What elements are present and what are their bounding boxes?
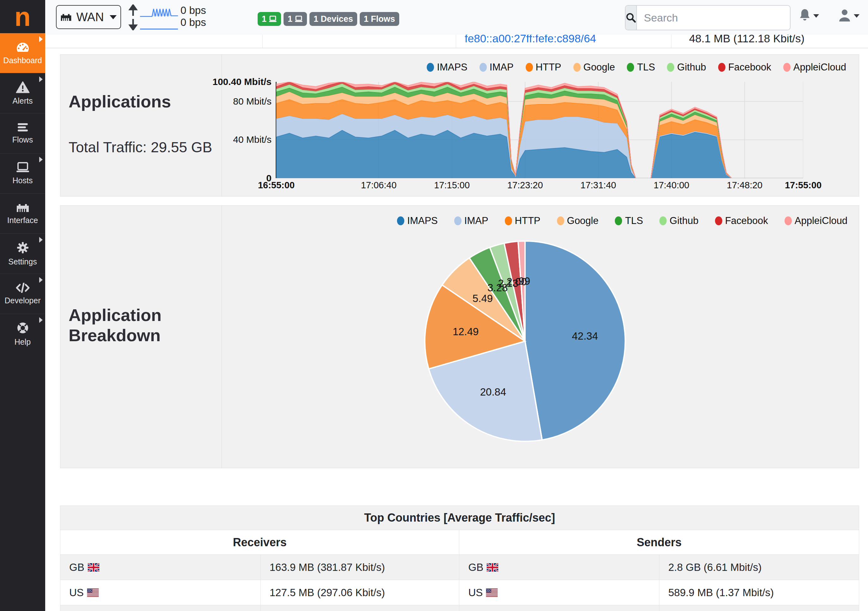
sidebar-item-label: Flows (12, 135, 33, 144)
legend-item: AppleiCloud (783, 62, 846, 73)
country-row-gb: GB 163.9 MB (381.87 Kbit/s) GB 2.8 GB (6… (60, 555, 859, 580)
legend-item: TLS (615, 215, 643, 226)
gauge-icon (16, 42, 30, 53)
sidebar-item-label: Hosts (12, 176, 33, 185)
legend-item: Google (557, 215, 599, 226)
country-row-us: US 127.5 MB (297.06 Kbit/s) US 589.9 MB … (60, 580, 859, 605)
chevron-right-icon (39, 237, 43, 243)
sidebar-item-interface[interactable]: Interface (0, 193, 45, 234)
table-title: Top Countries [Average Traffic/sec] (60, 506, 859, 530)
area-chart-legend: IMAPSIMAPHTTPGoogleTLSGithubFacebookAppl… (427, 62, 846, 73)
code-icon (16, 283, 30, 293)
user-menu[interactable] (838, 8, 859, 22)
legend-item: Google (574, 62, 615, 73)
flows-bars-icon (16, 122, 29, 132)
brand-letter: n (14, 3, 31, 30)
breakdown-title: Application Breakdown (68, 305, 208, 345)
chevron-down-icon (854, 14, 859, 18)
chevron-right-icon (39, 157, 43, 162)
senders-header: Senders (459, 530, 859, 555)
chevron-right-icon (39, 36, 43, 42)
breakdown-card-header: Application Breakdown (60, 206, 222, 468)
upload-sparkline (140, 6, 178, 18)
chevron-down-icon (110, 15, 117, 19)
legend-item: HTTP (525, 62, 561, 73)
sidebar-item-developer[interactable]: Developer (0, 274, 45, 314)
networks-table-row: fe80::a00:27ff:fefe:c898/64 48.1 MB (112… (45, 35, 868, 48)
application-breakdown-card: Application Breakdown IMAPSIMAPHTTPGoogl… (60, 205, 859, 468)
gear-icon (16, 241, 29, 254)
legend-dot-icon (615, 217, 622, 225)
chevron-right-icon (39, 76, 43, 82)
notifications-menu[interactable] (799, 8, 819, 22)
x-tick-label: 17:55:00 (785, 180, 822, 190)
sidebar-item-label: Dashboard (3, 56, 42, 65)
flows-badge[interactable]: 1 Flows (360, 12, 399, 26)
y-tick-label: 100.40 Mbit/s (212, 76, 271, 87)
sidebar-item-dashboard[interactable]: Dashboard (0, 33, 45, 73)
interface-name: WAN (76, 11, 104, 24)
download-rate: 0 bps (180, 16, 206, 28)
search-input[interactable] (637, 6, 790, 30)
legend-item: Facebook (718, 62, 771, 73)
local-hosts-badge[interactable]: 1 (257, 12, 281, 26)
x-tick-label: 17:48:20 (727, 180, 763, 190)
legend-dot-icon (659, 217, 666, 225)
legend-dot-icon (574, 63, 581, 72)
x-tick-label: 17:15:00 (434, 180, 470, 190)
legend-dot-icon (784, 217, 792, 225)
pie-slice-value: 12.49 (453, 326, 479, 337)
legend-item: IMAPS (427, 62, 467, 73)
sidebar-item-hosts[interactable]: Hosts (0, 153, 45, 193)
x-tick-label: 17:06:40 (361, 180, 397, 190)
bell-icon (799, 8, 811, 22)
pie-slice-value: .99 (516, 275, 530, 287)
status-badges: 1 1 1 Devices 1 Flows (257, 12, 399, 26)
sender-traffic: 589.9 MB (1.37 Mbit/s) (659, 580, 859, 605)
network-traffic-value: 48.1 MB (112.18 Kbit/s) (689, 35, 804, 45)
legend-item: IMAP (454, 215, 488, 226)
network-link[interactable]: fe80::a00:27ff:fefe:c898/64 (465, 35, 596, 45)
sidebar-item-alerts[interactable]: Alerts (0, 73, 45, 113)
user-icon (838, 8, 851, 22)
download-sparkline (140, 20, 178, 31)
legend-item: HTTP (505, 215, 541, 226)
upload-rate: 0 bps (180, 5, 206, 16)
pie-slice-value: 42.34 (572, 330, 598, 342)
legend-dot-icon (783, 63, 790, 72)
legend-dot-icon (505, 217, 512, 225)
x-tick-label: 17:31:40 (580, 180, 616, 190)
ethernet-icon (60, 12, 72, 22)
laptop-icon (16, 162, 30, 173)
updown-arrows-icon (126, 5, 140, 30)
warning-triangle-icon (16, 81, 30, 93)
sidebar: n Dashboard Alerts (0, 0, 45, 611)
sidebar-item-settings[interactable]: Settings (0, 234, 45, 274)
legend-dot-icon (667, 63, 674, 72)
remote-hosts-badge[interactable]: 1 (284, 12, 307, 26)
receiver-traffic: 163.9 MB (381.87 Kbit/s) (260, 555, 459, 580)
us-flag-icon (486, 588, 498, 597)
gb-flag-icon (88, 563, 99, 572)
legend-item: Facebook (715, 215, 768, 226)
ethernet-icon (16, 203, 29, 213)
life-ring-icon (16, 322, 29, 334)
receivers-header: Receivers (60, 530, 459, 555)
legend-item: Github (659, 215, 698, 226)
y-tick-label: 40 Mbit/s (233, 134, 271, 145)
ntopng-logo[interactable]: n (0, 0, 45, 33)
legend-dot-icon (479, 63, 487, 72)
sidebar-item-flows[interactable]: Flows (0, 113, 45, 153)
legend-dot-icon (627, 63, 634, 72)
devices-badge[interactable]: 1 Devices (310, 12, 357, 26)
search-icon (626, 12, 636, 23)
legend-dot-icon (454, 217, 462, 225)
receiver-traffic: 105.1 MB (244.92 Kbit/s) (260, 605, 459, 611)
sidebar-item-label: Interface (7, 216, 38, 225)
cell-divider (262, 35, 263, 48)
chevron-right-icon (39, 317, 43, 323)
interface-selector-button[interactable]: WAN (56, 5, 121, 29)
chevron-down-icon (813, 14, 819, 18)
sidebar-item-help[interactable]: Help (0, 314, 45, 354)
search-addon (626, 6, 637, 30)
